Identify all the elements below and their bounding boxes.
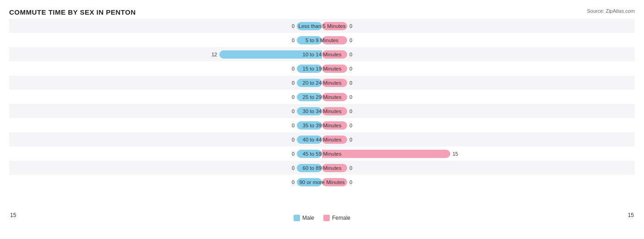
chart-area: 0Less than 5 Minutes005 to 9 Minutes0121…: [9, 19, 635, 211]
left-bar-area: 0: [9, 161, 322, 175]
chart-row: 060 to 89 Minutes0: [9, 161, 635, 175]
left-bar-area: 0: [9, 33, 322, 47]
female-bar: [322, 150, 450, 158]
male-value: 0: [286, 38, 295, 43]
male-value: 0: [286, 94, 295, 100]
left-bar-area: 0: [9, 104, 322, 118]
male-bar: [297, 164, 322, 172]
male-value: 12: [209, 52, 217, 57]
male-bar: [297, 178, 322, 186]
legend: Male Female: [294, 215, 350, 221]
female-value: 0: [349, 66, 358, 71]
right-bar-area: 0: [322, 104, 635, 118]
female-bar: [322, 178, 347, 186]
female-bar: [322, 164, 347, 172]
left-bar-area: 0: [9, 61, 322, 76]
male-bar: [297, 22, 322, 30]
female-value: 0: [349, 94, 358, 100]
chart-row: 040 to 44 Minutes0: [9, 132, 635, 147]
female-value: 0: [349, 38, 358, 43]
svg-rect-1: [323, 215, 330, 221]
female-value: 0: [349, 137, 358, 142]
chart-row: 035 to 39 Minutes0: [9, 118, 635, 132]
male-bar: [297, 65, 322, 73]
right-bar-area: 0: [322, 90, 635, 104]
left-bar-area: 0: [9, 118, 322, 132]
chart-row: 020 to 24 Minutes0: [9, 76, 635, 90]
male-bar: [297, 36, 322, 44]
female-value: 0: [349, 80, 358, 86]
female-bar: [322, 121, 347, 130]
left-bar-area: 0: [9, 76, 322, 90]
female-value: 0: [349, 123, 358, 128]
axis-left-label: 15: [10, 212, 16, 221]
male-legend-swatch: [294, 215, 300, 221]
male-value: 0: [286, 23, 295, 29]
male-value: 0: [286, 165, 295, 171]
male-bar: [219, 50, 322, 59]
male-legend-label: Male: [302, 215, 314, 221]
female-legend-label: Female: [332, 215, 350, 221]
male-bar: [297, 150, 322, 158]
male-value: 0: [286, 123, 295, 128]
chart-row: 090 or more Minutes0: [9, 175, 635, 189]
female-legend-swatch: [323, 215, 330, 221]
female-value: 0: [349, 109, 358, 114]
left-bar-area: 0: [9, 19, 322, 33]
right-bar-area: 0: [322, 161, 635, 175]
right-bar-area: 0: [322, 19, 635, 33]
chart-title: COMMUTE TIME BY SEX IN PENTON: [9, 8, 635, 16]
chart-row: 025 to 29 Minutes0: [9, 90, 635, 104]
left-bar-area: 12: [9, 47, 322, 61]
right-bar-area: 0: [322, 132, 635, 147]
chart-row: 030 to 34 Minutes0: [9, 104, 635, 118]
legend-male: Male: [294, 215, 314, 221]
female-value: 0: [349, 52, 358, 57]
chart-row: 05 to 9 Minutes0: [9, 33, 635, 47]
left-bar-area: 0: [9, 132, 322, 147]
axis-right-label: 15: [628, 212, 634, 221]
chart-row: 045 to 59 Minutes15: [9, 147, 635, 161]
female-bar: [322, 65, 347, 73]
male-bar: [297, 107, 322, 115]
female-value: 0: [349, 23, 358, 29]
male-bar: [297, 121, 322, 130]
male-bar: [297, 79, 322, 87]
left-bar-area: 0: [9, 175, 322, 189]
female-bar: [322, 107, 347, 115]
left-bar-area: 0: [9, 147, 322, 161]
female-bar: [322, 79, 347, 87]
right-bar-area: 0: [322, 175, 635, 189]
female-bar: [322, 36, 347, 44]
female-bar: [322, 22, 347, 30]
female-value: 0: [349, 179, 358, 185]
legend-female: Female: [323, 215, 350, 221]
right-bar-area: 15: [322, 147, 635, 161]
chart-row: 0Less than 5 Minutes0: [9, 19, 635, 33]
right-bar-area: 0: [322, 76, 635, 90]
right-bar-area: 0: [322, 61, 635, 76]
female-bar: [322, 93, 347, 101]
svg-rect-0: [294, 215, 300, 221]
female-bar: [322, 50, 347, 59]
male-value: 0: [286, 109, 295, 114]
female-value: 15: [453, 151, 461, 157]
chart-container: COMMUTE TIME BY SEX IN PENTON Source: Zi…: [0, 0, 644, 239]
bottom-axis: 15 Male Female 15: [9, 212, 635, 221]
right-bar-area: 0: [322, 47, 635, 61]
male-bar: [297, 136, 322, 144]
male-value: 0: [286, 80, 295, 86]
right-bar-area: 0: [322, 33, 635, 47]
chart-row: 1210 to 14 Minutes0: [9, 47, 635, 61]
female-bar: [322, 136, 347, 144]
male-value: 0: [286, 179, 295, 185]
male-bar: [297, 93, 322, 101]
source-label: Source: ZipAtlas.com: [587, 8, 635, 14]
right-bar-area: 0: [322, 118, 635, 132]
male-value: 0: [286, 151, 295, 157]
male-value: 0: [286, 66, 295, 71]
chart-row: 015 to 19 Minutes0: [9, 61, 635, 76]
female-value: 0: [349, 165, 358, 171]
male-value: 0: [286, 137, 295, 142]
left-bar-area: 0: [9, 90, 322, 104]
